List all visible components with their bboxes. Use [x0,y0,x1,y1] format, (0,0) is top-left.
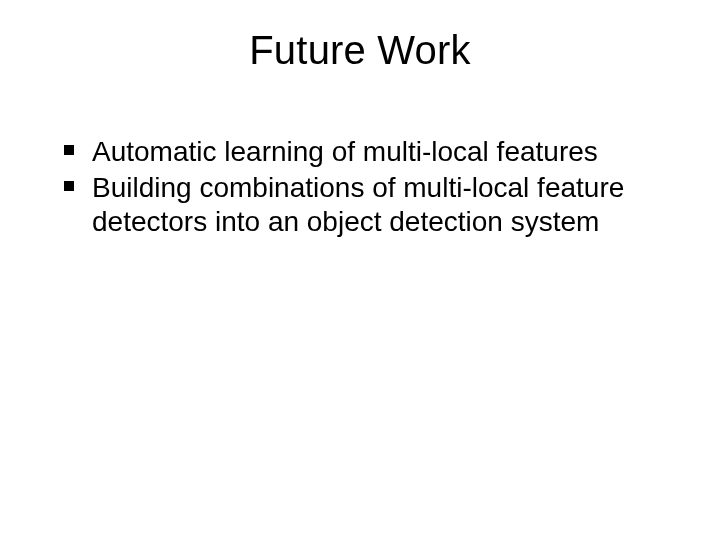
slide-title: Future Work [50,28,670,73]
bullet-item: Building combinations of multi-local fea… [64,171,670,239]
slide-container: Future Work Automatic learning of multi-… [0,0,720,540]
bullet-item: Automatic learning of multi-local featur… [64,135,670,169]
bullet-list: Automatic learning of multi-local featur… [50,135,670,239]
